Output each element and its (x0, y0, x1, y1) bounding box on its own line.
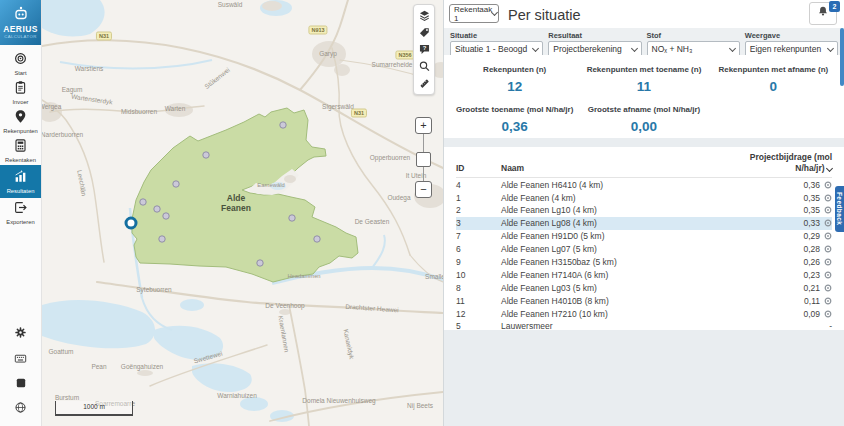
measure-icon[interactable] (416, 76, 432, 91)
stat-toename-n: Rekenpunten met toename (n) 11 (579, 65, 708, 98)
zoom-to-marker-icon[interactable] (824, 297, 832, 305)
gear-icon[interactable] (14, 325, 27, 343)
map-label: De Veenhoop (265, 302, 304, 309)
rekenpunt-marker[interactable] (159, 236, 165, 242)
road-shield: N31 (351, 109, 367, 118)
map-label: Midsbuorren (121, 108, 157, 115)
map-label: Pean (91, 363, 106, 370)
zoom-to-marker-icon[interactable] (824, 284, 832, 292)
road-shield: N356 (395, 51, 414, 60)
table-row[interactable]: 5Lauwersmeer- (456, 320, 832, 333)
zoom-to-marker-icon[interactable] (824, 219, 832, 227)
map-label: Smalle (425, 273, 443, 280)
table-row[interactable]: 6Alde Feanen Lg07 (5 km)0,28 (456, 243, 832, 256)
export-icon (13, 200, 28, 219)
zoom-to-marker-icon[interactable] (824, 181, 832, 189)
rekenpunten-table: ID Naam Projectbijdrage (mol N/ha/jr) 4A… (444, 147, 844, 330)
table-row[interactable]: 12Alde Feanen H7210 (10 km)0,09 (456, 307, 832, 320)
zoom-slider-handle[interactable] (416, 152, 431, 167)
page-title: Per situatie (508, 7, 581, 23)
zoom-to-marker-icon[interactable] (824, 206, 832, 214)
stat-afname-n: Rekenpunten met afname (n) 0 (709, 65, 838, 98)
road-shield: N31 (96, 32, 112, 41)
aerius-logo-icon (13, 6, 29, 25)
chevron-down-icon (491, 9, 498, 16)
map-label: Domela Nieuwenhuisweg (302, 397, 375, 404)
table-row-selected[interactable]: 3Alde Feanen Lg08 (4 km)0,33 (456, 217, 832, 230)
nature-area-label: Alde Feanen (221, 194, 251, 214)
search-icon[interactable] (416, 59, 432, 74)
table-row[interactable]: 4Alde Feanen H6410 (4 km)0,36 (456, 178, 832, 191)
layers-icon[interactable] (416, 8, 432, 23)
map[interactable]: Suswâld Warstiens Eagum Wergea Wartenste… (42, 0, 443, 426)
zoom-to-marker-icon[interactable] (824, 271, 832, 279)
table-row[interactable]: 8Alde Feanen Lg03 (5 km)0,21 (456, 281, 832, 294)
rekenpunt-marker[interactable] (314, 236, 320, 242)
selected-rekenpunt-marker[interactable] (126, 218, 136, 228)
map-label: Goattum (49, 348, 74, 355)
col-naam[interactable]: Naam (501, 163, 736, 173)
svg-text:?: ? (422, 45, 426, 51)
zoom-to-marker-icon[interactable] (824, 245, 832, 253)
zoom-to-marker-icon[interactable] (824, 310, 832, 318)
map-scale-bar: 1000 m (55, 401, 133, 416)
map-label: Oudega (387, 194, 410, 201)
filter-stof: Stof NOₓ + NH₃ (647, 31, 740, 57)
col-bijdrage[interactable]: Projectbijdrage (mol N/ha/jr) (736, 152, 832, 173)
map-label: Nij Beets (407, 402, 433, 409)
sidebar-item-rekentaken[interactable]: Rekentaken (0, 136, 41, 165)
table-row[interactable]: 2Alde Feanen Lg10 (4 km)0,35 (456, 204, 832, 217)
chevron-down-icon (827, 44, 834, 51)
rekenpunt-marker[interactable] (280, 122, 286, 128)
stats-summary: Rekenpunten (n) 12 Rekenpunten met toena… (444, 55, 844, 138)
feedback-comment-icon[interactable]: ? (416, 42, 432, 57)
clipboard-icon (13, 80, 28, 99)
map-label: Goëngahuizen (121, 363, 163, 370)
table-row[interactable]: 10Alde Feanen H7140A (6 km)0,23 (456, 268, 832, 281)
sidebar-item-rekenpunten[interactable]: Rekenpunten (0, 107, 41, 136)
zoom-in-button[interactable]: + (415, 117, 432, 134)
table-row[interactable]: 11Alde Feanen H4010B (8 km)0,11 (456, 294, 832, 307)
aerius-logo[interactable]: AERIUS CALCULATOR (0, 0, 41, 45)
zoom-out-button[interactable]: − (415, 181, 432, 198)
notification-badge: 2 (829, 1, 840, 12)
globe-icon[interactable] (14, 400, 27, 418)
contrast-icon[interactable] (15, 375, 27, 393)
map-label: Opperbuorren (370, 154, 410, 161)
table-row[interactable]: 9Alde Feanen H3150baz (5 km)0,26 (456, 256, 832, 269)
tag-icon[interactable] (416, 25, 432, 40)
rekenpunt-marker[interactable] (203, 152, 209, 158)
keyboard-icon[interactable] (14, 350, 27, 368)
sidebar-item-start[interactable]: Start (0, 49, 41, 78)
zoom-to-marker-icon[interactable] (824, 232, 832, 240)
rekentaak-select[interactable]: Rekentaak 1 (449, 4, 499, 23)
bar-chart-icon (13, 169, 28, 188)
sidebar-footer (0, 325, 41, 418)
table-row[interactable]: 1Alde Feanen (4 km)0,35 (456, 191, 832, 204)
filter-situatie: Situatie Situatie 1 - Beoogd (450, 31, 543, 57)
zoom-to-marker-icon[interactable] (824, 258, 832, 266)
sidebar-item-resultaten[interactable]: Resultaten (0, 165, 41, 198)
rekenpunt-marker[interactable] (257, 260, 263, 266)
chevron-down-icon (630, 44, 637, 51)
panel-header: Rekentaak 1 Per situatie 2 (444, 0, 844, 28)
map-label: Warniahuizen (217, 392, 257, 399)
filter-bar: Situatie Situatie 1 - Beoogd Resultaat P… (444, 28, 844, 55)
aerius-calculator-app: AERIUS CALCULATOR Start Invoer Rekenpunt… (0, 0, 844, 426)
zoom-to-marker-icon[interactable] (824, 194, 832, 202)
map-label: De Geasten (355, 218, 390, 225)
rekenpunt-marker[interactable] (289, 215, 295, 221)
rekenpunt-marker[interactable] (154, 206, 160, 212)
panel-scrollbar[interactable] (840, 28, 844, 86)
rekenpunt-marker[interactable] (163, 213, 169, 219)
map-label: Burstum (55, 394, 79, 401)
rekenpunt-marker[interactable] (140, 199, 146, 205)
sidebar-item-exporteren[interactable]: Exporteren (0, 198, 41, 227)
col-id[interactable]: ID (456, 163, 501, 173)
map-label: Sytebuorren (136, 286, 171, 293)
feedback-tab[interactable]: Feedback (835, 186, 844, 232)
table-row[interactable]: 7Alde Feanen H91D0 (5 km)0,29 (456, 230, 832, 243)
rekenpunt-marker[interactable] (173, 181, 179, 187)
sidebar-item-invoer[interactable]: Invoer (0, 78, 41, 107)
map-label: Headammen (287, 273, 320, 279)
